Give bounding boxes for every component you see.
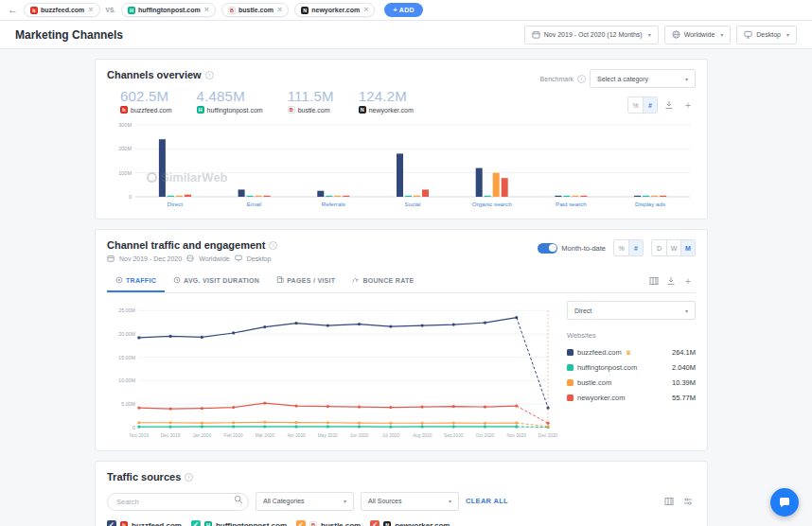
sources-filter-select[interactable]: All Sources ▾ <box>361 492 459 511</box>
channel-filter-select[interactable]: Direct ▾ <box>567 301 696 320</box>
svg-text:Social: Social <box>405 201 421 207</box>
categories-filter-value: All Categories <box>263 498 305 504</box>
chevron-down-icon: ▾ <box>648 31 651 38</box>
page-title: Marketing Channels <box>15 28 123 42</box>
site-filter-label: newyorker.com <box>395 521 450 526</box>
svg-text:May 2020: May 2020 <box>318 433 338 438</box>
weekly-toggle[interactable]: W <box>666 240 680 255</box>
legend-value: 264.1M <box>672 348 696 357</box>
info-icon[interactable]: i <box>205 71 214 79</box>
calendar-icon <box>107 254 115 262</box>
legend-value: 55.77M <box>672 394 696 402</box>
chevron-down-icon: ▾ <box>720 31 723 38</box>
search-icon <box>234 495 243 504</box>
add-to-dashboard-icon[interactable]: + <box>680 273 696 289</box>
remove-site-icon[interactable]: × <box>88 6 93 14</box>
column-settings-icon[interactable] <box>680 494 696 509</box>
site-chip-label: bustle.com <box>238 7 274 13</box>
tab-avg-visit-duration[interactable]: AVG. VISIT DURATION <box>165 270 268 292</box>
metric-buzzfeed: 602.5M bbuzzfeed.com <box>120 88 172 114</box>
site-filter-buzzfeed[interactable]: ✓ b buzzfeed.com <box>107 520 182 526</box>
table-view-icon[interactable] <box>662 494 677 509</box>
site-filter-newyorker[interactable]: ✓ N newyorker.com <box>370 520 450 526</box>
card-title-text: Channels overview <box>107 69 202 80</box>
crown-icon: ♛ <box>626 349 631 356</box>
number-toggle[interactable]: # <box>643 97 657 113</box>
legend-site-label: huffingtonpost.com <box>577 363 637 372</box>
percent-toggle[interactable]: % <box>614 240 628 255</box>
site-filter-label: huffingtonpost.com <box>216 521 287 526</box>
unit-toggle-group: % # <box>627 96 658 114</box>
site-filter-bustle[interactable]: ✓ B bustle.com <box>296 520 361 526</box>
legend-row-bustle[interactable]: bustle.com 10.39M <box>567 375 696 390</box>
legend-swatch <box>567 364 574 371</box>
svg-text:300M: 300M <box>118 122 132 128</box>
download-icon[interactable] <box>663 273 679 289</box>
metric-site-label: buzzfeed.com <box>131 107 172 114</box>
search-input[interactable] <box>107 493 249 511</box>
svg-text:Jun 2020: Jun 2020 <box>350 433 369 438</box>
remove-site-icon[interactable]: × <box>363 6 368 14</box>
checkbox-checked-icon[interactable]: ✓ <box>370 520 380 526</box>
bar-chart-svg[interactable]: 0100M200M300MDirectEmailReferralsSocialO… <box>107 119 697 209</box>
page-header: Marketing Channels Nov 2019 - Oct 2020 (… <box>0 21 812 49</box>
info-icon[interactable]: i <box>185 473 193 482</box>
tab-label: AVG. VISIT DURATION <box>184 277 259 284</box>
checkbox-checked-icon[interactable]: ✓ <box>107 520 116 526</box>
country-select[interactable]: Worldwide ▾ <box>664 26 732 44</box>
percent-toggle[interactable]: % <box>628 97 643 113</box>
legend-row-newyorker[interactable]: newyorker.com 55.77M <box>567 390 696 405</box>
info-icon[interactable]: i <box>577 75 586 83</box>
add-site-button[interactable]: + ADD <box>384 3 422 17</box>
vs-label: VS. <box>106 7 115 13</box>
svg-text:Mar 2020: Mar 2020 <box>256 433 274 438</box>
date-range-select[interactable]: Nov 2019 - Oct 2020 (12 Months) ▾ <box>524 26 659 44</box>
site-chip-buzzfeed[interactable]: b buzzfeed.com × <box>24 3 100 17</box>
legend-swatch <box>567 349 574 356</box>
monthly-toggle[interactable]: M <box>680 240 695 255</box>
chevron-down-icon: ▾ <box>685 307 688 314</box>
svg-text:10.00M: 10.00M <box>118 377 135 383</box>
svg-text:200M: 200M <box>118 146 132 151</box>
tab-traffic[interactable]: TRAFFIC <box>107 270 165 292</box>
bounce-icon <box>352 276 360 284</box>
site-chip-newyorker[interactable]: N newyorker.com × <box>294 3 375 17</box>
checkbox-checked-icon[interactable]: ✓ <box>296 520 306 526</box>
download-icon[interactable] <box>662 97 677 113</box>
metric-value: 602.5M <box>120 88 172 104</box>
clock-icon <box>173 276 181 284</box>
chat-widget-button[interactable] <box>770 488 799 517</box>
buzzfeed-favicon: b <box>30 7 38 14</box>
legend-row-huffingtonpost[interactable]: huffingtonpost.com 2.040M <box>567 359 696 375</box>
legend-row-buzzfeed[interactable]: buzzfeed.com ♛ 264.1M <box>567 344 696 359</box>
checkbox-checked-icon[interactable]: ✓ <box>191 520 201 526</box>
site-chip-label: newyorker.com <box>311 7 360 13</box>
site-filter-huffingtonpost[interactable]: ✓ H huffingtonpost.com <box>191 520 287 526</box>
remove-site-icon[interactable]: × <box>204 6 209 14</box>
engagement-subtitle: Nov 2019 - Dec 2020 Worldwide Desktop <box>107 254 277 262</box>
monitor-icon <box>744 30 752 39</box>
traffic-icon <box>115 276 123 284</box>
device-select[interactable]: Desktop ▾ <box>736 26 797 44</box>
chevron-down-icon: ▾ <box>449 498 451 504</box>
traffic-line-chart[interactable]: 05.00M10.00M15.00M20.00M25.00MNov 2019De… <box>107 301 559 441</box>
categories-filter-select[interactable]: All Categories ▾ <box>256 492 354 511</box>
benchmark-category-select[interactable]: Select a category ▾ <box>590 69 696 88</box>
remove-site-icon[interactable]: × <box>277 6 282 14</box>
tab-pages-per-visit[interactable]: PAGES / VISIT <box>268 270 344 292</box>
number-toggle[interactable]: # <box>628 240 643 255</box>
info-icon[interactable]: i <box>269 241 277 250</box>
legend-swatch <box>567 394 574 401</box>
svg-text:Nov 2019: Nov 2019 <box>130 433 150 438</box>
table-view-icon[interactable] <box>646 273 662 289</box>
channels-bar-chart[interactable]: 0100M200M300MDirectEmailReferralsSocialO… <box>107 119 696 209</box>
tab-bounce-rate[interactable]: BOUNCE RATE <box>344 270 422 292</box>
svg-text:Oct 2020: Oct 2020 <box>476 433 495 438</box>
daily-toggle[interactable]: D <box>652 240 666 255</box>
add-to-dashboard-icon[interactable]: + <box>680 97 696 113</box>
clear-all-button[interactable]: CLEAR ALL <box>466 497 508 505</box>
back-button[interactable]: ← <box>8 5 18 15</box>
month-to-date-toggle[interactable] <box>538 243 557 254</box>
site-chip-bustle[interactable]: B bustle.com × <box>221 3 289 17</box>
site-chip-huffingtonpost[interactable]: H huffingtonpost.com × <box>121 3 216 17</box>
